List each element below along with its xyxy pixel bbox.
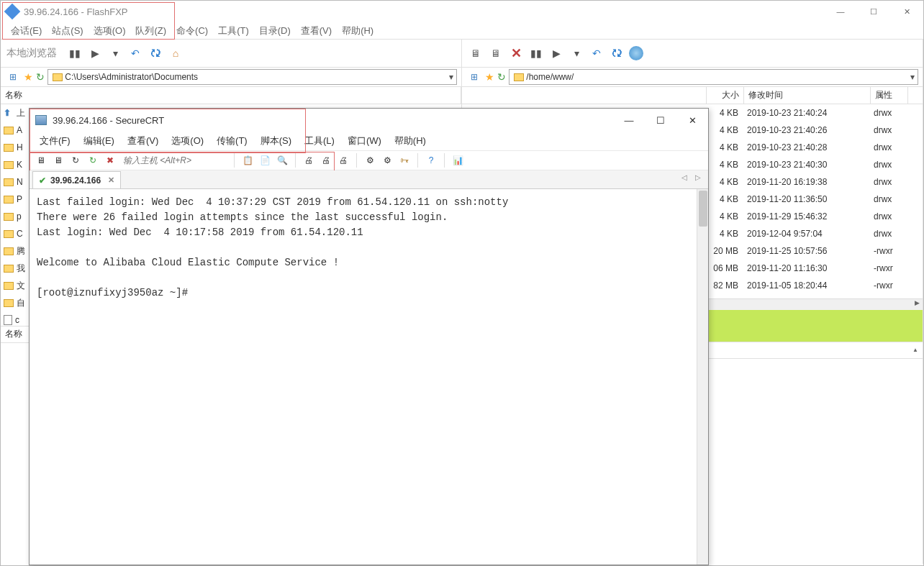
host-input[interactable] <box>120 153 228 168</box>
col-name[interactable]: 名称 <box>1 87 461 104</box>
crt-tabbar: ✔ 39.96.24.166 ✕ ◁ ▷ <box>30 170 708 189</box>
print-icon[interactable]: 🖨 <box>302 153 316 168</box>
flashfxp-toolbar: 本地浏览器 ▮▮ ▶ ▾ ↶ 🗘 ⌂ 🖥 🖥 ✕ ▮▮ ▶ ▾ ↶ 🗘 <box>1 40 923 67</box>
crt-menu-file[interactable]: 文件(F) <box>34 133 76 149</box>
terminal-output: Last failed login: Wed Dec 4 10:37:29 CS… <box>37 196 508 298</box>
menu-command[interactable]: 命令(C) <box>172 23 212 39</box>
menu-view[interactable]: 查看(V) <box>296 23 336 39</box>
close-button[interactable]: ✕ <box>890 1 923 22</box>
col-size[interactable]: 大小 <box>707 87 744 104</box>
crt-minimize-button[interactable]: — <box>619 115 639 126</box>
remote-path-input[interactable]: /home/www/ <box>509 69 918 85</box>
remote-path-text: /home/www/ <box>526 72 574 82</box>
dropdown-icon-remote[interactable]: ▾ <box>569 45 584 61</box>
crt-menubar: 文件(F) 编辑(E) 查看(V) 选项(O) 传输(T) 脚本(S) 工具(L… <box>30 132 708 150</box>
crt-tab-active[interactable]: ✔ 39.96.24.166 ✕ <box>32 171 121 188</box>
col-attr[interactable]: 属性 <box>871 87 908 104</box>
folder-icon <box>4 282 14 290</box>
play-icon-remote[interactable]: ▶ <box>548 45 564 61</box>
home-icon[interactable]: ⌂ <box>168 45 184 61</box>
paste-icon[interactable]: 📄 <box>258 153 272 168</box>
crt-maximize-button[interactable]: ☐ <box>651 115 671 126</box>
logo-icon[interactable]: 📊 <box>450 153 465 168</box>
dropdown-icon[interactable]: ▾ <box>107 45 123 61</box>
securecrt-logo-icon <box>35 115 47 125</box>
col-name-remote[interactable] <box>462 87 707 104</box>
maximize-button[interactable]: ☐ <box>857 1 890 22</box>
connect-icon[interactable]: 🖥 <box>468 45 484 61</box>
reload-icon-remote[interactable]: ↻ <box>497 71 506 83</box>
crt-close-button[interactable]: ✕ <box>682 115 702 126</box>
col-date[interactable]: 修改时间 <box>744 87 871 104</box>
find-icon[interactable]: 🔍 <box>275 153 289 168</box>
folder-icon <box>53 73 63 81</box>
reload-icon[interactable]: ↻ <box>36 71 45 83</box>
menu-directory[interactable]: 目录(D) <box>255 23 295 39</box>
folder-icon <box>4 299 14 307</box>
crt-menu-edit[interactable]: 编辑(E) <box>78 133 120 149</box>
crt-menu-options[interactable]: 选项(O) <box>166 133 209 149</box>
back-icon[interactable]: ↶ <box>127 45 143 61</box>
tree-icon-remote[interactable]: ⊞ <box>466 69 482 85</box>
reconnect-icon[interactable]: ↻ <box>68 153 83 168</box>
crt-menu-help[interactable]: 帮助(H) <box>389 133 432 149</box>
flashfxp-titlebar: 39.96.24.166 - FlashFXP — ☐ ✕ <box>1 1 923 22</box>
crt-menu-script[interactable]: 脚本(S) <box>255 133 297 149</box>
menu-site[interactable]: 站点(S) <box>47 23 87 39</box>
session-options-icon[interactable]: ⚙ <box>380 153 394 168</box>
disconnect-icon[interactable]: 🖥 <box>488 45 504 61</box>
connected-icon: ✔ <box>39 175 46 186</box>
folder-icon <box>4 161 14 169</box>
flashfxp-menubar: 会话(E) 站点(S) 选项(O) 队列(Z) 命令(C) 工具(T) 目录(D… <box>1 22 923 40</box>
reconnect-all-icon[interactable]: ↻ <box>86 153 100 168</box>
menu-tools[interactable]: 工具(T) <box>214 23 253 39</box>
play-icon[interactable]: ▶ <box>87 45 103 61</box>
terminal[interactable]: Last failed login: Wed Dec 4 10:37:29 CS… <box>30 189 708 565</box>
folder-icon <box>4 196 14 204</box>
menu-session[interactable]: 会话(E) <box>6 23 46 39</box>
path-row: ⊞ ★ ↻ C:\Users\Administrator\Documents ⊞… <box>1 67 923 87</box>
menu-queue[interactable]: 队列(Z) <box>131 23 171 39</box>
crt-menu-tools[interactable]: 工具(L) <box>299 133 340 149</box>
folder-icon <box>4 144 14 152</box>
globe-icon[interactable] <box>629 46 643 60</box>
options-icon[interactable]: ⚙ <box>363 153 377 168</box>
flashfxp-title: 39.96.24.166 - FlashFXP <box>24 6 128 17</box>
refresh-icon[interactable]: 🗘 <box>148 45 163 61</box>
local-browser-label: 本地浏览器 <box>6 47 57 60</box>
pause-icon-remote[interactable]: ▮▮ <box>528 45 544 61</box>
securecrt-window: 39.96.24.166 - SecureCRT — ☐ ✕ 文件(F) 编辑(… <box>29 108 709 565</box>
remote-header: 大小 修改时间 属性 <box>462 87 923 104</box>
copy-icon[interactable]: 📋 <box>240 153 255 168</box>
pause-icon[interactable]: ▮▮ <box>67 45 83 61</box>
quick-connect-icon[interactable]: 🖥 <box>51 153 65 168</box>
folder-icon <box>4 178 14 186</box>
tab-nav[interactable]: ◁ ▷ <box>681 173 704 181</box>
refresh-icon-remote[interactable]: 🗘 <box>609 45 625 61</box>
scrollbar-thumb[interactable] <box>699 191 707 227</box>
menu-options[interactable]: 选项(O) <box>89 23 130 39</box>
connect-icon[interactable]: 🖥 <box>34 153 48 168</box>
crt-menu-transfer[interactable]: 传输(T) <box>211 133 253 149</box>
back-icon-remote[interactable]: ↶ <box>589 45 604 61</box>
flashfxp-logo-icon <box>4 4 21 20</box>
crt-menu-window[interactable]: 窗口(W) <box>342 133 387 149</box>
menu-help[interactable]: 帮助(H) <box>338 23 378 39</box>
key-icon[interactable]: 🗝 <box>397 153 412 168</box>
help-icon[interactable]: ? <box>424 153 438 168</box>
queue-col-name: 名称 <box>5 328 22 340</box>
crt-tab-label: 39.96.24.166 <box>50 175 101 186</box>
print-screen-icon[interactable]: 🖨 <box>319 153 333 168</box>
file-icon <box>4 315 12 325</box>
bookmark-icon-remote[interactable]: ★ <box>485 71 494 83</box>
tree-icon[interactable]: ⊞ <box>5 69 21 85</box>
bookmark-icon[interactable]: ★ <box>24 71 33 83</box>
print-setup-icon[interactable]: 🖨 <box>336 153 350 168</box>
minimize-button[interactable]: — <box>824 1 857 22</box>
tab-close-icon[interactable]: ✕ <box>108 175 114 185</box>
crt-menu-view[interactable]: 查看(V) <box>122 133 164 149</box>
disconnect-icon[interactable]: ✖ <box>103 153 117 168</box>
terminal-scrollbar[interactable] <box>697 189 708 565</box>
abort-icon[interactable]: ✕ <box>508 45 524 61</box>
local-path-input[interactable]: C:\Users\Administrator\Documents <box>47 69 457 85</box>
